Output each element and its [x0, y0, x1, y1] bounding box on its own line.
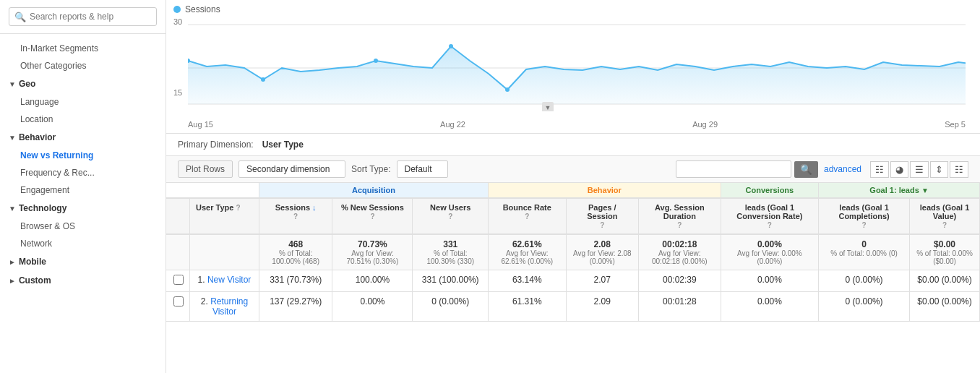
sidebar-item-custom[interactable]: ► Custom — [0, 271, 166, 290]
avg-session-help-icon[interactable]: ? — [677, 221, 682, 229]
pct-new-help-icon[interactable]: ? — [370, 213, 374, 220]
svg-point-7 — [505, 87, 510, 92]
conv-rate-help-icon[interactable]: ? — [768, 221, 772, 229]
sessions-header[interactable]: Sessions ↓ ? — [259, 198, 332, 234]
sort-type-dropdown[interactable]: Default — [397, 160, 448, 178]
sidebar-item-browser-os[interactable]: Browser & OS — [0, 218, 166, 235]
conversion-rate-header[interactable]: leads (Goal 1 Conversion Rate) ? — [721, 198, 818, 234]
chart-svg: 30 15 — [173, 17, 966, 119]
legend-dot-sessions — [173, 6, 181, 13]
sidebar-item-other-categories[interactable]: Other Categories — [0, 57, 166, 74]
bounce-rate-help-icon[interactable]: ? — [525, 213, 529, 220]
table-row: 2. Returning Visitor 137 (29.27%) 0.00% … — [166, 292, 980, 322]
pages-session-help-icon[interactable]: ? — [600, 221, 604, 229]
data-table: Acquisition Behavior Conversions Goal 1:… — [166, 183, 980, 322]
x-label-aug29: Aug 29 — [692, 120, 718, 129]
new-users-help-icon[interactable]: ? — [448, 213, 452, 220]
chart-legend: Sessions — [173, 0, 966, 17]
main-content: Sessions 30 15 — [166, 0, 980, 373]
legend-label-sessions: Sessions — [185, 4, 220, 14]
geo-arrow-icon: ▼ — [9, 80, 16, 88]
row2-checkbox[interactable] — [166, 292, 190, 322]
sidebar-search-area: 🔍 — [0, 0, 166, 34]
view-icon-buttons: ☷ ◕ ☰ ⇕ ☷ — [870, 161, 968, 178]
line-chart: ▼ — [188, 17, 966, 111]
pivot-view-button[interactable]: ☷ — [950, 161, 968, 178]
primary-dim-label: Primary Dimension: — [178, 140, 254, 150]
advanced-link[interactable]: advanced — [824, 164, 861, 174]
sidebar-item-in-market[interactable]: In-Market Segments — [0, 40, 166, 57]
row2-bounce-rate: 61.31% — [488, 292, 566, 322]
chart-x-labels: Aug 15 Aug 22 Aug 29 Sep 5 — [188, 120, 966, 129]
completions-header[interactable]: leads (Goal 1 Completions) ? — [819, 198, 910, 234]
row1-checkbox[interactable] — [166, 270, 190, 292]
sidebar-item-behavior[interactable]: ▼ Behavior — [0, 128, 166, 147]
table-search-button[interactable]: 🔍 — [794, 161, 818, 178]
list-view-button[interactable]: ☰ — [910, 161, 929, 178]
filter-row: Plot Rows Secondary dimension Sort Type:… — [166, 156, 980, 183]
plot-rows-button[interactable]: Plot Rows — [178, 160, 233, 178]
table-search-area: 🔍 advanced ☷ ◕ ☰ ⇕ ☷ — [676, 160, 968, 178]
user-type-label: User Type — [196, 203, 233, 212]
row1-value: $0.00 (0.00%) — [910, 270, 980, 292]
pages-session-header[interactable]: Pages / Session ? — [566, 198, 638, 234]
y-axis-labels: 30 15 — [173, 17, 182, 104]
x-label-aug22: Aug 22 — [440, 120, 465, 129]
sort-type-label: Sort Type: — [351, 164, 390, 174]
search-input[interactable] — [9, 7, 157, 26]
user-type-help-icon[interactable]: ? — [236, 204, 240, 212]
x-label-aug15: Aug 15 — [188, 120, 213, 129]
total-conv-rate: 0.00% Avg for View: 0.00% (0.00%) — [721, 234, 818, 270]
svg-point-5 — [374, 59, 378, 63]
row2-link[interactable]: Returning Visitor — [210, 296, 248, 317]
row1-new-users: 331 (100.00%) — [413, 270, 489, 292]
total-value: $0.00 % of Total: 0.00% ($0.00) — [910, 234, 980, 270]
sidebar: 🔍 In-Market Segments Other Categories ▼ … — [0, 0, 166, 373]
sidebar-item-location[interactable]: Location — [0, 111, 166, 128]
sidebar-item-frequency[interactable]: Frequency & Rec... — [0, 164, 166, 181]
table-search-input[interactable] — [676, 160, 791, 178]
total-bounce-rate: 62.61% Avg for View: 62.61% (0.00%) — [488, 234, 566, 270]
total-pages-session: 2.08 Avg for View: 2.08 (0.00%) — [566, 234, 638, 270]
row1-sessions: 331 (70.73%) — [259, 270, 332, 292]
completions-help-icon[interactable]: ? — [862, 221, 867, 229]
pie-view-button[interactable]: ◕ — [890, 161, 908, 178]
row2-sessions: 137 (29.27%) — [259, 292, 332, 322]
new-users-header[interactable]: New Users ? — [413, 198, 489, 234]
behavior-arrow-icon: ▼ — [9, 134, 16, 142]
sidebar-item-technology[interactable]: ▼ Technology — [0, 199, 166, 218]
conversions-header: Conversions — [721, 183, 818, 198]
avg-session-header[interactable]: Avg. Session Duration ? — [639, 198, 721, 234]
row1-pages-session: 2.07 — [566, 270, 638, 292]
total-sessions: 468 % of Total: 100.00% (468) — [259, 234, 332, 270]
value-help-icon[interactable]: ? — [942, 221, 947, 229]
sidebar-item-mobile[interactable]: ► Mobile — [0, 252, 166, 271]
secondary-dimension-dropdown[interactable]: Secondary dimension — [238, 160, 345, 178]
goal-leads-dropdown-icon: ▼ — [921, 186, 929, 194]
compare-view-button[interactable]: ⇕ — [930, 161, 948, 178]
sidebar-item-language[interactable]: Language — [0, 93, 166, 111]
total-new-users: 331 % of Total: 100.30% (330) — [413, 234, 489, 270]
pct-new-sessions-header[interactable]: % New Sessions ? — [332, 198, 413, 234]
bounce-rate-header[interactable]: Bounce Rate ? — [488, 198, 566, 234]
grid-view-button[interactable]: ☷ — [870, 161, 889, 178]
row1-conv-rate: 0.00% — [721, 270, 818, 292]
sidebar-item-geo[interactable]: ▼ Geo — [0, 74, 166, 93]
total-completions: 0 % of Total: 0.00% (0) — [819, 234, 910, 270]
search-icon: 🔍 — [14, 12, 26, 22]
value-header[interactable]: leads (Goal 1 Value) ? — [910, 198, 980, 234]
select-all-header — [166, 198, 190, 234]
row1-link[interactable]: New Visitor — [207, 275, 251, 285]
goal-leads-header[interactable]: Goal 1: leads ▼ — [819, 183, 980, 198]
empty-header — [166, 183, 259, 198]
row1-completions: 0 (0.00%) — [819, 270, 910, 292]
primary-dim-value: User Type — [262, 140, 304, 150]
custom-arrow-icon: ► — [9, 277, 16, 285]
user-type-header: User Type ? — [190, 198, 259, 234]
sidebar-item-new-vs-returning[interactable]: New vs Returning — [0, 147, 166, 164]
sidebar-item-network[interactable]: Network — [0, 235, 166, 252]
sessions-help-icon[interactable]: ? — [293, 213, 298, 220]
total-label — [190, 234, 259, 270]
sidebar-item-engagement[interactable]: Engagement — [0, 181, 166, 199]
group-header-row: Acquisition Behavior Conversions Goal 1:… — [166, 183, 980, 198]
